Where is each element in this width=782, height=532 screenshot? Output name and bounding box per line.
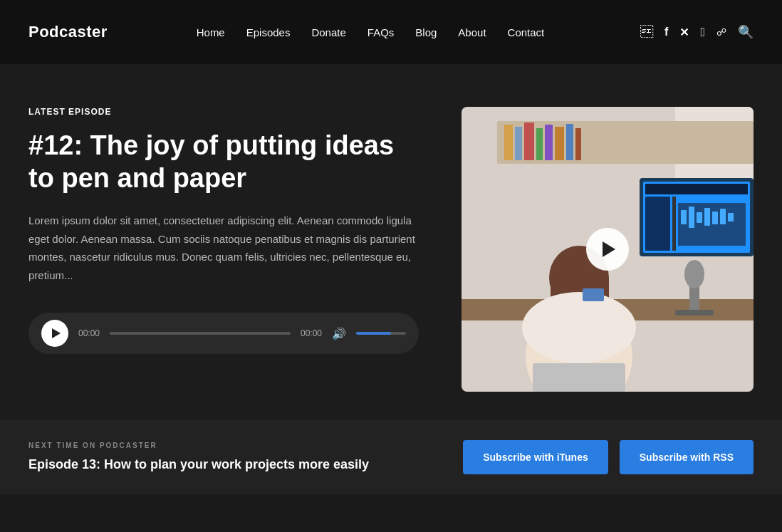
svg-rect-17 [681,210,687,224]
episode-title: #12: The joy of putting ideas to pen and… [28,130,419,194]
facebook-icon[interactable]:  [640,25,653,40]
svg-rect-20 [704,208,710,226]
svg-rect-16 [678,203,746,246]
svg-rect-8 [555,127,564,160]
time-current: 00:00 [78,328,100,338]
svg-rect-33 [675,310,714,315]
progress-bar[interactable] [110,332,291,335]
episode-description: Lorem ipsum dolor sit amet, consectetuer… [28,212,419,284]
svg-rect-3 [504,125,513,160]
video-play-button[interactable] [586,228,629,271]
bottom-section: NEXT TIME ON PODCASTER Episode 13: How t… [0,420,782,494]
site-header: Podcaster Home Episodes Donate FAQs Blog… [0,0,782,64]
svg-rect-5 [524,122,534,160]
volume-icon[interactable]: 🔊 [332,327,346,340]
facebook-icon[interactable]: f [664,26,668,38]
subscribe-buttons: Subscribe with iTunes Subscribe with RSS [463,440,754,474]
rss-subscribe-button[interactable]: Subscribe with RSS [620,440,754,474]
svg-rect-19 [697,212,702,223]
svg-rect-23 [728,213,734,221]
nav-about[interactable]: About [458,26,486,38]
twitter-x-icon[interactable]: ✕ [679,26,689,39]
main-nav: Home Episodes Donate FAQs Blog About Con… [197,26,545,38]
svg-rect-9 [566,124,573,160]
hero-right [462,107,754,392]
site-logo[interactable]: Podcaster [28,23,108,41]
itunes-subscribe-button[interactable]: Subscribe with iTunes [463,440,608,474]
latest-episode-badge: Latest Episode [28,107,419,117]
hero-section: Latest Episode #12: The joy of putting i… [28,107,754,392]
next-label: NEXT TIME ON PODCASTER [28,442,463,449]
soundcloud-icon[interactable]: ☍ [716,26,726,38]
svg-point-29 [522,292,636,363]
social-icons:  f ✕  ☍ 🔍 [640,24,754,40]
svg-rect-14 [645,197,670,251]
nav-donate[interactable]: Donate [311,26,345,38]
svg-rect-21 [712,212,718,224]
svg-rect-13 [645,184,748,194]
svg-rect-6 [536,128,543,160]
nav-episodes[interactable]: Episodes [246,26,291,38]
main-content: Latest Episode #12: The joy of putting i… [0,64,782,420]
svg-rect-10 [575,128,581,160]
svg-rect-18 [689,207,694,228]
hero-left: Latest Episode #12: The joy of putting i… [28,107,433,354]
svg-rect-15 [672,197,676,251]
volume-bar[interactable] [356,332,406,335]
time-total: 00:00 [301,328,322,338]
svg-rect-4 [515,127,522,160]
volume-fill [356,332,391,335]
nav-home[interactable]: Home [197,26,225,38]
search-icon[interactable]: 🔍 [738,24,754,40]
svg-rect-7 [545,125,553,160]
nav-faqs[interactable]: FAQs [367,26,395,38]
svg-rect-22 [720,209,726,224]
next-episode-info: NEXT TIME ON PODCASTER Episode 13: How t… [28,442,463,473]
svg-rect-30 [533,363,625,392]
nav-blog[interactable]: Blog [415,26,437,38]
apple-icon[interactable]:  [700,25,705,40]
audio-player: 00:00 00:00 🔊 [28,313,419,354]
next-episode-title: Episode 13: How to plan your work projec… [28,457,463,473]
nav-contact[interactable]: Contact [508,26,545,38]
svg-rect-34 [583,288,604,301]
episode-thumbnail [462,107,754,392]
svg-rect-2 [497,121,754,164]
play-overlay-icon [603,241,615,257]
play-button[interactable] [41,320,68,347]
play-icon [52,328,61,338]
svg-point-32 [684,260,704,288]
